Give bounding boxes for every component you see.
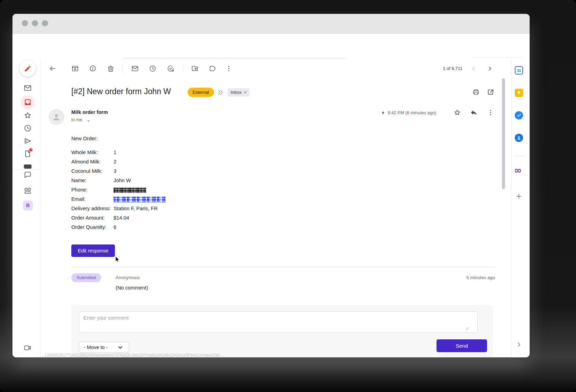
keep-app-icon[interactable] bbox=[515, 89, 523, 97]
field-label: Name: bbox=[71, 178, 114, 183]
newer-email-chevron-icon[interactable] bbox=[470, 65, 477, 72]
dynamic-email-bolt-icon bbox=[380, 110, 386, 116]
message-more-options-icon[interactable] bbox=[487, 109, 494, 116]
more-options-icon[interactable] bbox=[225, 65, 233, 72]
minimize-window-button[interactable] bbox=[32, 20, 38, 26]
compose-pencil-icon bbox=[24, 65, 32, 72]
reply-icon[interactable] bbox=[470, 109, 478, 116]
mouse-cursor bbox=[115, 256, 121, 263]
snooze-clock-icon[interactable] bbox=[149, 65, 156, 72]
label-icon[interactable] bbox=[209, 65, 216, 72]
field-label: Phone: bbox=[71, 187, 114, 193]
desktop-background: Gmail Search all conversations Active Gu… bbox=[0, 0, 576, 392]
field-value: John W bbox=[114, 178, 131, 183]
addon-infinity-icon[interactable]: ∞ bbox=[514, 165, 522, 176]
add-to-tasks-icon[interactable] bbox=[167, 65, 174, 72]
move-to-select[interactable]: - Move to - bbox=[79, 342, 129, 353]
scrolled-item-partial-icon bbox=[24, 164, 32, 169]
comment-panel: - Move to - Send bbox=[71, 305, 493, 357]
star-email-icon[interactable] bbox=[453, 109, 461, 116]
field-label: Whole Milk: bbox=[71, 150, 114, 155]
print-icon[interactable] bbox=[472, 88, 480, 96]
zoom-window-button[interactable] bbox=[42, 20, 48, 26]
comment-input[interactable] bbox=[79, 311, 478, 333]
person-icon bbox=[51, 112, 62, 122]
show-details-caret-icon[interactable] bbox=[87, 119, 90, 123]
remove-label-close-icon[interactable]: × bbox=[244, 90, 247, 95]
field-value: 6 bbox=[114, 224, 116, 230]
field-label: Email: bbox=[71, 196, 114, 202]
drafts-notification-dot bbox=[29, 148, 33, 152]
textarea-resize-handle[interactable] bbox=[465, 327, 469, 330]
redacted-phone-value bbox=[114, 188, 146, 193]
sidebar-inbox-active[interactable] bbox=[21, 95, 35, 109]
email-timestamp: 9:42 PM (6 minutes ago) bbox=[388, 110, 436, 115]
snoozed-icon[interactable] bbox=[24, 124, 32, 132]
get-addons-plus-icon[interactable] bbox=[515, 193, 523, 200]
order-field-row: Coconut Milk:3 bbox=[71, 168, 279, 177]
tasks-app-icon[interactable] bbox=[515, 111, 523, 119]
link-preview-status: …134565391771432339104/home/form/1FAIpQL… bbox=[40, 353, 359, 357]
order-field-row: Name:John W bbox=[71, 178, 279, 186]
field-label: Almond Milk: bbox=[71, 159, 114, 164]
open-in-new-icon[interactable] bbox=[487, 88, 494, 96]
inbox-label-chip[interactable]: Inbox× bbox=[227, 88, 250, 97]
email-content-area: [#2] New order form John W External Inbo… bbox=[41, 78, 502, 357]
order-field-row: Order Quantity:6 bbox=[71, 224, 279, 233]
toolbar-divider bbox=[183, 64, 183, 73]
mark-unread-icon[interactable] bbox=[131, 65, 139, 72]
sender-name[interactable]: Milk order form bbox=[71, 109, 108, 115]
section-divider bbox=[71, 267, 495, 267]
select-chevron-down-icon bbox=[118, 345, 123, 350]
meet-camera-icon[interactable] bbox=[24, 344, 32, 352]
older-email-chevron-icon[interactable] bbox=[486, 65, 493, 72]
email-subject: [#2] New order form John W bbox=[71, 87, 171, 96]
sent-icon[interactable] bbox=[24, 137, 32, 145]
field-value: Station F, Paris, FR bbox=[114, 206, 158, 211]
submission-age: 5 minutes ago bbox=[428, 275, 495, 280]
side-panel-divider bbox=[514, 156, 524, 156]
field-value: 1 bbox=[114, 150, 116, 155]
delete-trash-icon[interactable] bbox=[107, 65, 115, 72]
submission-author: Anonymous bbox=[116, 275, 140, 280]
back-arrow-icon[interactable] bbox=[49, 65, 56, 72]
field-label: Coconut Milk: bbox=[71, 168, 114, 174]
importance-marker-icon[interactable] bbox=[217, 89, 224, 96]
edit-response-button[interactable]: Edit response bbox=[71, 244, 115, 257]
order-intro-text: New Order: bbox=[71, 136, 98, 141]
order-field-row: Phone: bbox=[71, 187, 279, 195]
order-fields: Whole Milk:1 Almond Milk:2 Coconut Milk:… bbox=[71, 150, 314, 234]
report-spam-icon[interactable] bbox=[89, 65, 97, 72]
left-sidebar: B bbox=[12, 59, 41, 357]
browser-window: Gmail Search all conversations Active Gu… bbox=[12, 14, 530, 357]
calendar-app-icon[interactable]: 31 bbox=[515, 66, 523, 74]
recipient-text[interactable]: to me bbox=[71, 117, 82, 122]
field-value: $14.04 bbox=[114, 215, 129, 221]
inbox-label-text: Inbox bbox=[231, 90, 242, 95]
contacts-app-icon[interactable] bbox=[515, 134, 523, 142]
right-side-panel: 31 ∞ bbox=[511, 59, 530, 357]
gmail-header: Gmail Search all conversations Active Gu… bbox=[12, 34, 530, 59]
window-titlebar bbox=[12, 14, 530, 34]
label-b-badge[interactable]: B bbox=[23, 201, 33, 211]
move-to-folder-icon[interactable] bbox=[191, 65, 199, 72]
field-value: 3 bbox=[114, 168, 116, 174]
vertical-scrollbar[interactable] bbox=[502, 78, 505, 189]
field-value: 2 bbox=[114, 159, 116, 164]
redacted-email-link[interactable] bbox=[114, 197, 165, 203]
send-button[interactable]: Send bbox=[436, 339, 487, 352]
move-to-selected-option: - Move to - bbox=[84, 345, 108, 350]
field-label: Order Amount: bbox=[71, 215, 114, 221]
archive-icon[interactable] bbox=[71, 65, 79, 72]
hide-side-panel-chevron-icon[interactable] bbox=[515, 341, 522, 348]
order-field-row: Email: bbox=[71, 196, 279, 205]
chat-icon[interactable] bbox=[24, 171, 32, 179]
submitted-status-badge: Submitted bbox=[71, 273, 101, 282]
starred-icon[interactable] bbox=[24, 111, 32, 119]
order-field-row: Order Amount:$14.04 bbox=[71, 215, 279, 223]
spaces-icon[interactable] bbox=[24, 187, 32, 195]
close-window-button[interactable] bbox=[22, 20, 28, 26]
compose-button[interactable] bbox=[19, 60, 36, 77]
sidebar-mail-icon[interactable] bbox=[24, 84, 32, 92]
external-label-chip: External bbox=[188, 88, 214, 97]
